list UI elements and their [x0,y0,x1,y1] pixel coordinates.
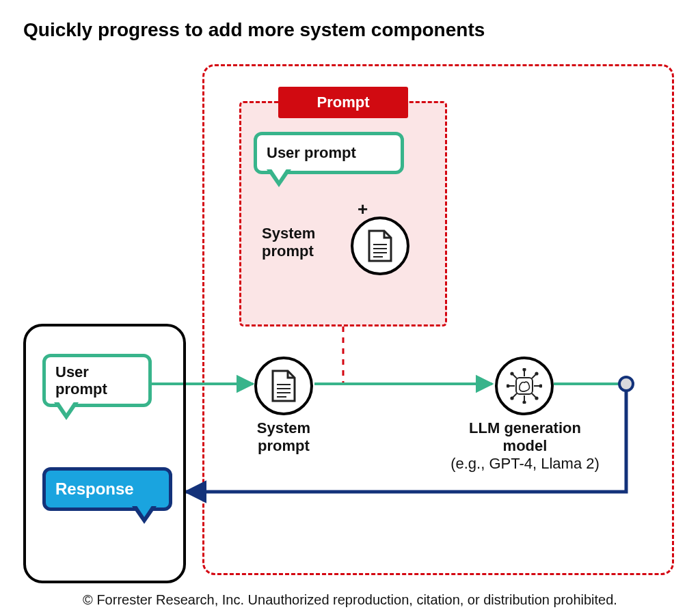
user-prompt-label-inner: User prompt [267,144,356,161]
user-prompt-bubble-inner: User prompt [254,132,404,174]
document-icon [351,217,409,275]
system-prompt-label-inner: System prompt [262,225,337,260]
svg-point-23 [511,372,513,374]
response-bubble-phone: Response [42,467,172,511]
plus-symbol: + [358,199,368,220]
prompt-group-header: Prompt [278,87,408,118]
llm-label-sub: (e.g., GPT-4, Llama 2) [450,455,600,472]
chip-brain-glyph-icon [507,368,542,404]
svg-point-25 [535,372,537,374]
diagram-canvas: Quickly progress to add more system comp… [0,0,700,612]
document-icon [254,357,313,415]
speech-tail-icon [58,401,75,413]
user-prompt-label-phone: User prompt [55,363,107,398]
svg-point-15 [523,368,525,370]
svg-point-27 [511,397,513,399]
llm-label-line2: model [503,437,548,454]
llm-label-line1: LLM generation [469,419,581,436]
response-label-phone: Response [55,479,134,499]
chip-brain-icon [495,357,554,415]
speech-tail-icon [271,168,287,180]
system-prompt-label-flow: System prompt [239,419,328,455]
svg-point-29 [535,397,537,399]
user-prompt-bubble-phone: User prompt [42,354,152,407]
page-title: Quickly progress to add more system comp… [23,19,485,41]
document-glyph-icon [270,370,297,402]
svg-point-21 [539,385,541,387]
svg-point-19 [507,385,509,387]
prompt-group-box: Prompt User prompt + System prompt [239,101,447,326]
document-glyph-icon [366,230,394,262]
footer-copyright: © Forrester Research, Inc. Unauthorized … [0,592,700,608]
speech-tail-icon [136,505,152,517]
llm-model-label: LLM generation model (e.g., GPT-4, Llama… [435,419,615,473]
svg-point-17 [523,401,525,403]
